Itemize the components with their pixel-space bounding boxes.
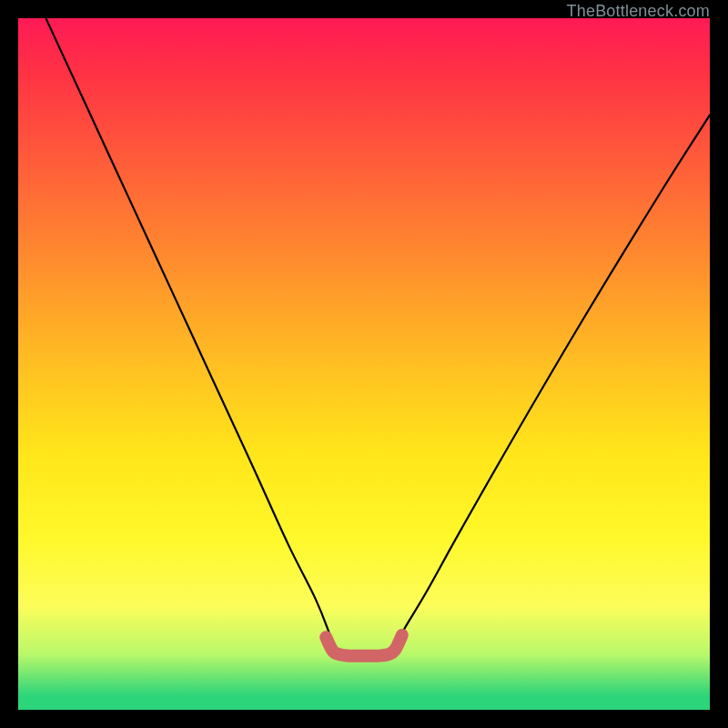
- chart-frame: TheBottleneck.com: [0, 0, 728, 728]
- highlight-segment: [326, 635, 402, 656]
- watermark-text: TheBottleneck.com: [567, 2, 710, 21]
- curve-svg: [18, 18, 710, 710]
- bottleneck-curve: [46, 18, 710, 656]
